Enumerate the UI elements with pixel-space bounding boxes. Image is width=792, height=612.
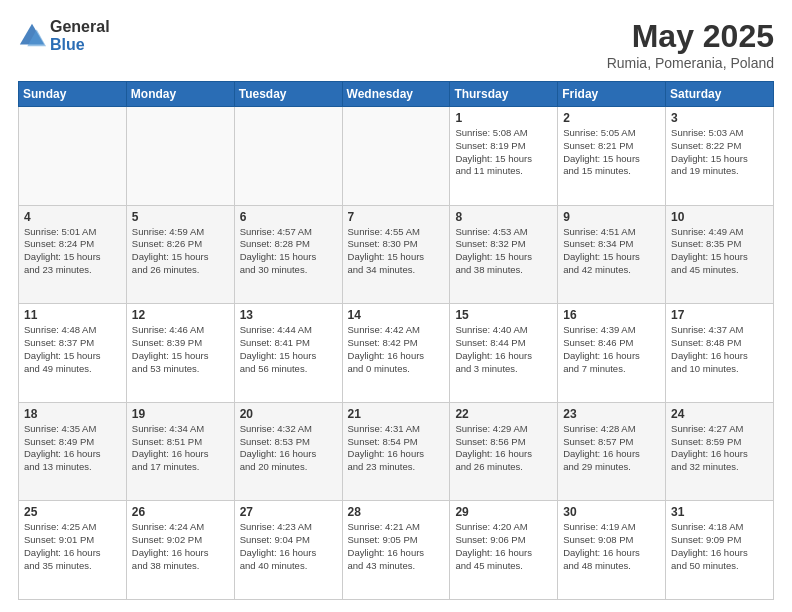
table-row: 2Sunrise: 5:05 AM Sunset: 8:21 PM Daylig…: [558, 107, 666, 206]
table-row: 1Sunrise: 5:08 AM Sunset: 8:19 PM Daylig…: [450, 107, 558, 206]
day-number: 11: [24, 308, 121, 322]
table-row: [234, 107, 342, 206]
table-row: 19Sunrise: 4:34 AM Sunset: 8:51 PM Dayli…: [126, 402, 234, 501]
day-info: Sunrise: 4:27 AM Sunset: 8:59 PM Dayligh…: [671, 423, 768, 474]
col-saturday: Saturday: [666, 82, 774, 107]
calendar-table: Sunday Monday Tuesday Wednesday Thursday…: [18, 81, 774, 600]
day-number: 5: [132, 210, 229, 224]
day-number: 1: [455, 111, 552, 125]
table-row: 18Sunrise: 4:35 AM Sunset: 8:49 PM Dayli…: [19, 402, 127, 501]
table-row: 5Sunrise: 4:59 AM Sunset: 8:26 PM Daylig…: [126, 205, 234, 304]
day-number: 17: [671, 308, 768, 322]
subtitle: Rumia, Pomerania, Poland: [607, 55, 774, 71]
day-info: Sunrise: 4:57 AM Sunset: 8:28 PM Dayligh…: [240, 226, 337, 277]
day-number: 18: [24, 407, 121, 421]
table-row: 10Sunrise: 4:49 AM Sunset: 8:35 PM Dayli…: [666, 205, 774, 304]
day-number: 20: [240, 407, 337, 421]
day-info: Sunrise: 5:03 AM Sunset: 8:22 PM Dayligh…: [671, 127, 768, 178]
day-info: Sunrise: 4:53 AM Sunset: 8:32 PM Dayligh…: [455, 226, 552, 277]
day-number: 2: [563, 111, 660, 125]
day-info: Sunrise: 4:23 AM Sunset: 9:04 PM Dayligh…: [240, 521, 337, 572]
day-info: Sunrise: 4:51 AM Sunset: 8:34 PM Dayligh…: [563, 226, 660, 277]
table-row: 13Sunrise: 4:44 AM Sunset: 8:41 PM Dayli…: [234, 304, 342, 403]
day-number: 12: [132, 308, 229, 322]
table-row: 16Sunrise: 4:39 AM Sunset: 8:46 PM Dayli…: [558, 304, 666, 403]
table-row: 9Sunrise: 4:51 AM Sunset: 8:34 PM Daylig…: [558, 205, 666, 304]
day-info: Sunrise: 4:32 AM Sunset: 8:53 PM Dayligh…: [240, 423, 337, 474]
calendar-week-row: 4Sunrise: 5:01 AM Sunset: 8:24 PM Daylig…: [19, 205, 774, 304]
table-row: 4Sunrise: 5:01 AM Sunset: 8:24 PM Daylig…: [19, 205, 127, 304]
logo-general-text: General: [50, 18, 110, 36]
day-number: 21: [348, 407, 445, 421]
logo: General Blue: [18, 18, 110, 53]
day-number: 4: [24, 210, 121, 224]
day-number: 19: [132, 407, 229, 421]
table-row: 22Sunrise: 4:29 AM Sunset: 8:56 PM Dayli…: [450, 402, 558, 501]
calendar-week-row: 1Sunrise: 5:08 AM Sunset: 8:19 PM Daylig…: [19, 107, 774, 206]
table-row: 8Sunrise: 4:53 AM Sunset: 8:32 PM Daylig…: [450, 205, 558, 304]
table-row: 6Sunrise: 4:57 AM Sunset: 8:28 PM Daylig…: [234, 205, 342, 304]
col-sunday: Sunday: [19, 82, 127, 107]
col-friday: Friday: [558, 82, 666, 107]
day-number: 13: [240, 308, 337, 322]
col-monday: Monday: [126, 82, 234, 107]
day-number: 28: [348, 505, 445, 519]
calendar-header-row: Sunday Monday Tuesday Wednesday Thursday…: [19, 82, 774, 107]
day-number: 25: [24, 505, 121, 519]
table-row: [126, 107, 234, 206]
day-info: Sunrise: 5:08 AM Sunset: 8:19 PM Dayligh…: [455, 127, 552, 178]
calendar-week-row: 25Sunrise: 4:25 AM Sunset: 9:01 PM Dayli…: [19, 501, 774, 600]
day-number: 15: [455, 308, 552, 322]
day-info: Sunrise: 4:40 AM Sunset: 8:44 PM Dayligh…: [455, 324, 552, 375]
table-row: 29Sunrise: 4:20 AM Sunset: 9:06 PM Dayli…: [450, 501, 558, 600]
col-tuesday: Tuesday: [234, 82, 342, 107]
calendar-week-row: 11Sunrise: 4:48 AM Sunset: 8:37 PM Dayli…: [19, 304, 774, 403]
day-info: Sunrise: 4:25 AM Sunset: 9:01 PM Dayligh…: [24, 521, 121, 572]
day-info: Sunrise: 4:29 AM Sunset: 8:56 PM Dayligh…: [455, 423, 552, 474]
day-info: Sunrise: 4:19 AM Sunset: 9:08 PM Dayligh…: [563, 521, 660, 572]
table-row: 21Sunrise: 4:31 AM Sunset: 8:54 PM Dayli…: [342, 402, 450, 501]
day-info: Sunrise: 4:20 AM Sunset: 9:06 PM Dayligh…: [455, 521, 552, 572]
table-row: [342, 107, 450, 206]
day-info: Sunrise: 4:37 AM Sunset: 8:48 PM Dayligh…: [671, 324, 768, 375]
day-info: Sunrise: 4:49 AM Sunset: 8:35 PM Dayligh…: [671, 226, 768, 277]
day-info: Sunrise: 4:31 AM Sunset: 8:54 PM Dayligh…: [348, 423, 445, 474]
day-number: 16: [563, 308, 660, 322]
table-row: 12Sunrise: 4:46 AM Sunset: 8:39 PM Dayli…: [126, 304, 234, 403]
table-row: 30Sunrise: 4:19 AM Sunset: 9:08 PM Dayli…: [558, 501, 666, 600]
col-thursday: Thursday: [450, 82, 558, 107]
day-info: Sunrise: 5:05 AM Sunset: 8:21 PM Dayligh…: [563, 127, 660, 178]
day-number: 7: [348, 210, 445, 224]
day-number: 22: [455, 407, 552, 421]
day-number: 23: [563, 407, 660, 421]
table-row: 23Sunrise: 4:28 AM Sunset: 8:57 PM Dayli…: [558, 402, 666, 501]
day-info: Sunrise: 4:35 AM Sunset: 8:49 PM Dayligh…: [24, 423, 121, 474]
table-row: 7Sunrise: 4:55 AM Sunset: 8:30 PM Daylig…: [342, 205, 450, 304]
day-number: 26: [132, 505, 229, 519]
day-info: Sunrise: 4:44 AM Sunset: 8:41 PM Dayligh…: [240, 324, 337, 375]
day-number: 30: [563, 505, 660, 519]
logo-blue-text: Blue: [50, 36, 110, 54]
table-row: 17Sunrise: 4:37 AM Sunset: 8:48 PM Dayli…: [666, 304, 774, 403]
day-number: 24: [671, 407, 768, 421]
table-row: 3Sunrise: 5:03 AM Sunset: 8:22 PM Daylig…: [666, 107, 774, 206]
page: General Blue May 2025 Rumia, Pomerania, …: [0, 0, 792, 612]
table-row: 11Sunrise: 4:48 AM Sunset: 8:37 PM Dayli…: [19, 304, 127, 403]
calendar-week-row: 18Sunrise: 4:35 AM Sunset: 8:49 PM Dayli…: [19, 402, 774, 501]
day-number: 6: [240, 210, 337, 224]
day-info: Sunrise: 4:59 AM Sunset: 8:26 PM Dayligh…: [132, 226, 229, 277]
table-row: 14Sunrise: 4:42 AM Sunset: 8:42 PM Dayli…: [342, 304, 450, 403]
header: General Blue May 2025 Rumia, Pomerania, …: [18, 18, 774, 71]
day-info: Sunrise: 4:55 AM Sunset: 8:30 PM Dayligh…: [348, 226, 445, 277]
logo-icon: [18, 22, 46, 50]
day-number: 29: [455, 505, 552, 519]
day-info: Sunrise: 4:46 AM Sunset: 8:39 PM Dayligh…: [132, 324, 229, 375]
table-row: 20Sunrise: 4:32 AM Sunset: 8:53 PM Dayli…: [234, 402, 342, 501]
table-row: 31Sunrise: 4:18 AM Sunset: 9:09 PM Dayli…: [666, 501, 774, 600]
day-number: 10: [671, 210, 768, 224]
day-number: 31: [671, 505, 768, 519]
table-row: [19, 107, 127, 206]
table-row: 25Sunrise: 4:25 AM Sunset: 9:01 PM Dayli…: [19, 501, 127, 600]
day-info: Sunrise: 4:34 AM Sunset: 8:51 PM Dayligh…: [132, 423, 229, 474]
day-info: Sunrise: 4:39 AM Sunset: 8:46 PM Dayligh…: [563, 324, 660, 375]
